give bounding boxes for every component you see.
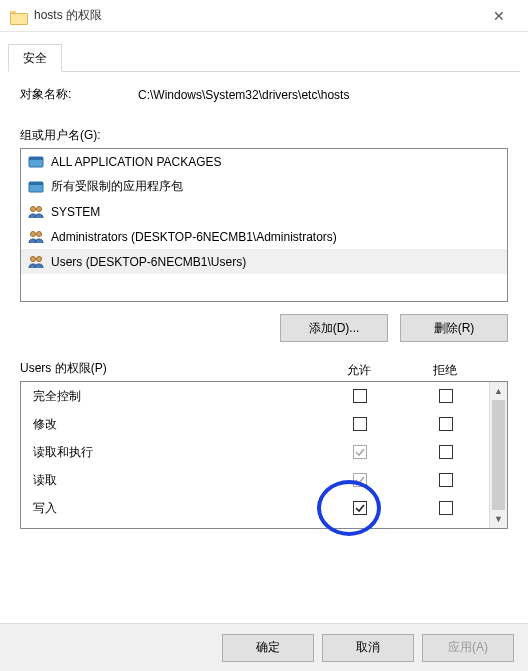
dialog-footer: 确定 取消 应用(A)	[0, 623, 528, 671]
add-button-label: 添加(D)...	[309, 320, 360, 337]
groups-buttons: 添加(D)... 删除(R)	[20, 314, 508, 342]
list-item[interactable]: 所有受限制的应用程序包	[21, 174, 507, 199]
permission-row: 读取	[21, 466, 489, 494]
deny-column-header: 拒绝	[402, 362, 488, 379]
scrollbar[interactable]: ▲ ▼	[489, 382, 507, 528]
permissions-box: 完全控制修改读取和执行读取写入 ▲ ▼	[20, 381, 508, 529]
remove-button[interactable]: 删除(R)	[400, 314, 508, 342]
users-icon	[27, 254, 45, 270]
package-icon	[27, 179, 45, 195]
scroll-up-icon[interactable]: ▲	[490, 382, 507, 400]
allow-cell	[317, 389, 403, 403]
tab-label: 安全	[23, 51, 47, 65]
package-icon	[27, 154, 45, 170]
deny-cell	[403, 473, 489, 487]
ok-button-label: 确定	[256, 639, 280, 656]
close-icon: ✕	[493, 8, 505, 24]
list-item[interactable]: Administrators (DESKTOP-6NECMB1\Administ…	[21, 224, 507, 249]
list-item-label: Administrators (DESKTOP-6NECMB1\Administ…	[51, 230, 337, 244]
permission-row: 修改	[21, 410, 489, 438]
list-item-label: 所有受限制的应用程序包	[51, 178, 183, 195]
deny-checkbox[interactable]	[439, 389, 453, 403]
permission-name: 写入	[33, 500, 317, 517]
deny-cell	[403, 389, 489, 403]
list-item[interactable]: SYSTEM	[21, 199, 507, 224]
permission-name: 完全控制	[33, 388, 317, 405]
list-item[interactable]: ALL APPLICATION PACKAGES	[21, 149, 507, 174]
svg-point-5	[37, 206, 42, 211]
scroll-track[interactable]	[490, 400, 507, 510]
users-icon	[27, 204, 45, 220]
deny-cell	[403, 501, 489, 515]
deny-cell	[403, 445, 489, 459]
deny-cell	[403, 417, 489, 431]
svg-point-4	[31, 206, 36, 211]
permissions-label: Users 的权限(P)	[20, 360, 107, 377]
allow-checkbox[interactable]	[353, 445, 367, 459]
add-button[interactable]: 添加(D)...	[280, 314, 388, 342]
svg-rect-3	[29, 182, 43, 185]
allow-column-header: 允许	[316, 362, 402, 379]
permission-row: 完全控制	[21, 382, 489, 410]
list-item-label: ALL APPLICATION PACKAGES	[51, 155, 222, 169]
allow-cell	[317, 501, 403, 515]
remove-button-label: 删除(R)	[434, 320, 475, 337]
allow-cell	[317, 445, 403, 459]
deny-checkbox[interactable]	[439, 417, 453, 431]
allow-cell	[317, 473, 403, 487]
tabstrip: 安全	[8, 44, 520, 72]
list-item-label: Users (DESKTOP-6NECMB1\Users)	[51, 255, 246, 269]
svg-point-7	[37, 231, 42, 236]
cancel-button-label: 取消	[356, 639, 380, 656]
svg-point-8	[31, 256, 36, 261]
permission-name: 修改	[33, 416, 317, 433]
object-row: 对象名称: C:\Windows\System32\drivers\etc\ho…	[20, 86, 508, 103]
scroll-down-icon[interactable]: ▼	[490, 510, 507, 528]
deny-checkbox[interactable]	[439, 501, 453, 515]
cancel-button[interactable]: 取消	[322, 634, 414, 662]
tab-security[interactable]: 安全	[8, 44, 62, 72]
object-name-label: 对象名称:	[20, 86, 138, 103]
allow-cell	[317, 417, 403, 431]
groups-listbox[interactable]: ALL APPLICATION PACKAGES所有受限制的应用程序包SYSTE…	[20, 148, 508, 302]
folder-icon	[10, 9, 26, 23]
permission-name: 读取和执行	[33, 444, 317, 461]
permissions-header: Users 的权限(P) 允许 拒绝	[20, 360, 508, 381]
ok-button[interactable]: 确定	[222, 634, 314, 662]
permission-row: 读取和执行	[21, 438, 489, 466]
allow-checkbox[interactable]	[353, 417, 367, 431]
close-button[interactable]: ✕	[476, 0, 522, 32]
apply-button[interactable]: 应用(A)	[422, 634, 514, 662]
allow-checkbox[interactable]	[353, 473, 367, 487]
titlebar: hosts 的权限 ✕	[0, 0, 528, 32]
list-item[interactable]: Users (DESKTOP-6NECMB1\Users)	[21, 249, 507, 274]
svg-point-9	[37, 256, 42, 261]
allow-checkbox[interactable]	[353, 389, 367, 403]
groups-label: 组或用户名(G):	[20, 127, 508, 144]
apply-button-label: 应用(A)	[448, 639, 488, 656]
content-panel: 对象名称: C:\Windows\System32\drivers\etc\ho…	[0, 72, 528, 537]
svg-point-6	[31, 231, 36, 236]
deny-checkbox[interactable]	[439, 445, 453, 459]
users-icon	[27, 229, 45, 245]
list-item-label: SYSTEM	[51, 205, 100, 219]
object-path: C:\Windows\System32\drivers\etc\hosts	[138, 88, 508, 102]
permission-row: 写入	[21, 494, 489, 522]
scroll-thumb[interactable]	[492, 400, 505, 510]
permission-name: 读取	[33, 472, 317, 489]
deny-checkbox[interactable]	[439, 473, 453, 487]
svg-rect-1	[29, 157, 43, 160]
window-title: hosts 的权限	[34, 7, 102, 24]
allow-checkbox[interactable]	[353, 501, 367, 515]
